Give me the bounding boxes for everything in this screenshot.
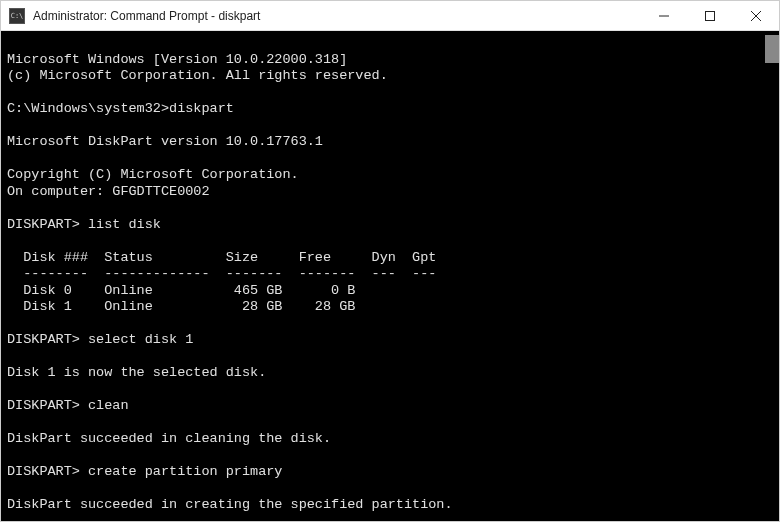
- minimize-button[interactable]: [641, 1, 687, 30]
- console-line: Microsoft DiskPart version 10.0.17763.1: [7, 134, 323, 149]
- console-line: DiskPart succeeded in cleaning the disk.: [7, 431, 331, 446]
- console-line: Microsoft Windows [Version 10.0.22000.31…: [7, 52, 347, 67]
- console-output[interactable]: Microsoft Windows [Version 10.0.22000.31…: [1, 31, 779, 521]
- console-line: (c) Microsoft Corporation. All rights re…: [7, 68, 388, 83]
- console-line: Disk 1 is now the selected disk.: [7, 365, 266, 380]
- table-row: Disk 0 Online 465 GB 0 B: [7, 283, 355, 298]
- console-line: DISKPART> list disk: [7, 217, 161, 232]
- console-line: DISKPART> clean: [7, 398, 129, 413]
- console-line: C:\Windows\system32>diskpart: [7, 101, 234, 116]
- maximize-button[interactable]: [687, 1, 733, 30]
- window-frame: C:\ Administrator: Command Prompt - disk…: [0, 0, 780, 522]
- console-line: DISKPART> create partition primary: [7, 464, 282, 479]
- console-line: DiskPart succeeded in creating the speci…: [7, 497, 453, 512]
- console-line: On computer: GFGDTTCE0002: [7, 184, 210, 199]
- cmd-icon: C:\: [9, 8, 25, 24]
- console-line: Copyright (C) Microsoft Corporation.: [7, 167, 299, 182]
- close-button[interactable]: [733, 1, 779, 30]
- svg-rect-1: [706, 11, 715, 20]
- table-header: Disk ### Status Size Free Dyn Gpt: [7, 250, 436, 265]
- window-controls: [641, 1, 779, 30]
- titlebar[interactable]: C:\ Administrator: Command Prompt - disk…: [1, 1, 779, 31]
- window-title: Administrator: Command Prompt - diskpart: [33, 9, 641, 23]
- table-row: Disk 1 Online 28 GB 28 GB: [7, 299, 355, 314]
- console-line: DISKPART> select disk 1: [7, 332, 193, 347]
- table-divider: -------- ------------- ------- ------- -…: [7, 266, 436, 281]
- scrollbar-thumb[interactable]: [765, 35, 779, 63]
